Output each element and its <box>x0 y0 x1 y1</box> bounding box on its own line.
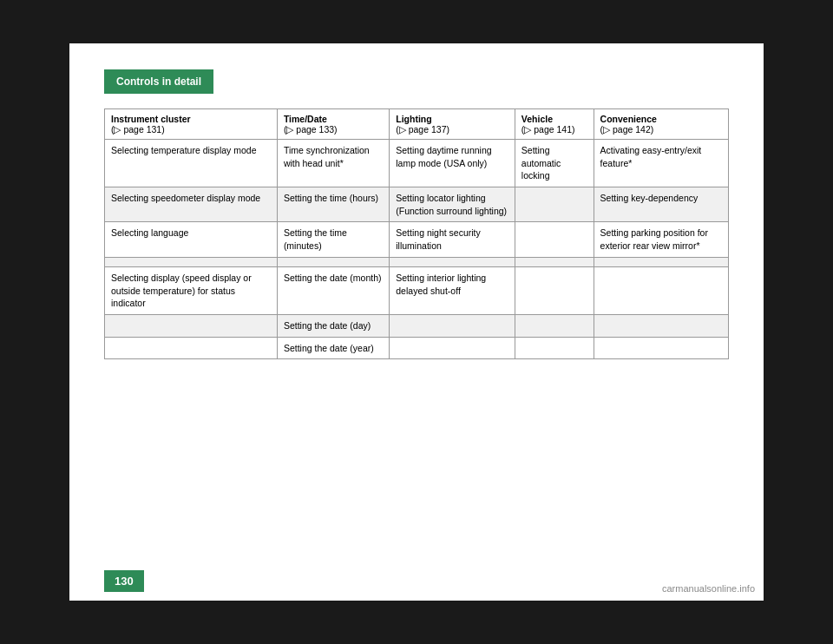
table-cell <box>390 314 515 337</box>
table-row: Selecting temperature display modeTime s… <box>105 140 729 187</box>
table-cell: Selecting temperature display mode <box>105 140 278 187</box>
content-area: Instrument cluster (▷ page 131) Time/Dat… <box>104 91 729 549</box>
table-cell <box>515 187 594 222</box>
table-cell: Selecting speedometer display mode <box>105 187 278 222</box>
col-header-lighting: Lighting (▷ page 137) <box>390 109 515 140</box>
table-cell: Setting the date (day) <box>277 314 389 337</box>
table-cell: Setting interior lighting delayed shut-o… <box>390 266 515 314</box>
table-cell: Setting the date (year) <box>277 337 389 359</box>
page-number: 130 <box>104 570 144 592</box>
table-row <box>105 257 729 266</box>
table-row: Selecting languageSetting the time (minu… <box>105 222 729 257</box>
table-cell: Setting night security illumination <box>390 222 515 257</box>
table-cell: Setting the time (minutes) <box>277 222 389 257</box>
table-cell <box>105 257 278 266</box>
table-cell <box>594 314 728 337</box>
table-row: Setting the date (year) <box>105 337 729 359</box>
table-cell: Selecting language <box>105 222 278 257</box>
table-row: Selecting display (speed display or outs… <box>105 266 729 314</box>
col-header-instrument-cluster: Instrument cluster (▷ page 131) <box>105 109 278 140</box>
table-cell <box>594 337 728 359</box>
table-body: Selecting temperature display modeTime s… <box>105 140 729 359</box>
table-cell <box>594 257 728 266</box>
table-cell <box>390 337 515 359</box>
watermark: carmanualsonline.info <box>662 583 755 594</box>
table-cell <box>105 314 278 337</box>
table-cell <box>515 337 594 359</box>
table-cell <box>594 266 728 314</box>
col-header-convenience: Convenience (▷ page 142) <box>594 109 728 140</box>
controls-table: Instrument cluster (▷ page 131) Time/Dat… <box>104 108 729 359</box>
page: Controls in detail Instrument cluster (▷… <box>69 43 764 601</box>
table-header-row: Instrument cluster (▷ page 131) Time/Dat… <box>105 109 729 140</box>
table-cell: Setting daytime running lamp mode (USA o… <box>390 140 515 187</box>
col-header-vehicle: Vehicle (▷ page 141) <box>515 109 594 140</box>
table-row: Setting the date (day) <box>105 314 729 337</box>
table-cell: Setting parking position for exterior re… <box>594 222 728 257</box>
table-cell <box>515 222 594 257</box>
table-cell: Setting the date (month) <box>277 266 389 314</box>
table-cell <box>515 266 594 314</box>
table-cell <box>277 257 389 266</box>
table-cell <box>105 337 278 359</box>
table-cell: Setting locator lighting (Function surro… <box>390 187 515 222</box>
table-cell: Selecting display (speed display or outs… <box>105 266 278 314</box>
section-header: Controls in detail <box>104 69 213 94</box>
table-cell <box>515 257 594 266</box>
table-cell: Activating easy-entry/exit feature* <box>594 140 728 187</box>
table-row: Selecting speedometer display modeSettin… <box>105 187 729 222</box>
table-cell: Setting the time (hours) <box>277 187 389 222</box>
table-cell: Setting key-dependency <box>594 187 728 222</box>
table-cell: Setting automatic locking <box>515 140 594 187</box>
table-cell: Time synchronization with head unit* <box>277 140 389 187</box>
col-header-time-date: Time/Date (▷ page 133) <box>277 109 389 140</box>
table-cell <box>515 314 594 337</box>
table-cell <box>390 257 515 266</box>
